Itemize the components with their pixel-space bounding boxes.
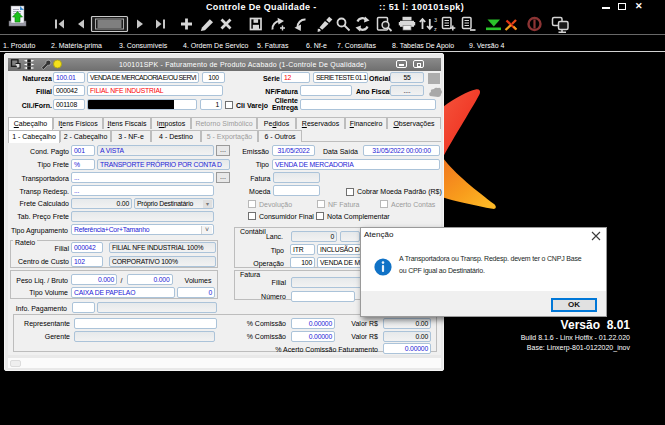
svg-text:z: z [434,26,437,32]
svg-text:3: 3 [434,17,437,23]
